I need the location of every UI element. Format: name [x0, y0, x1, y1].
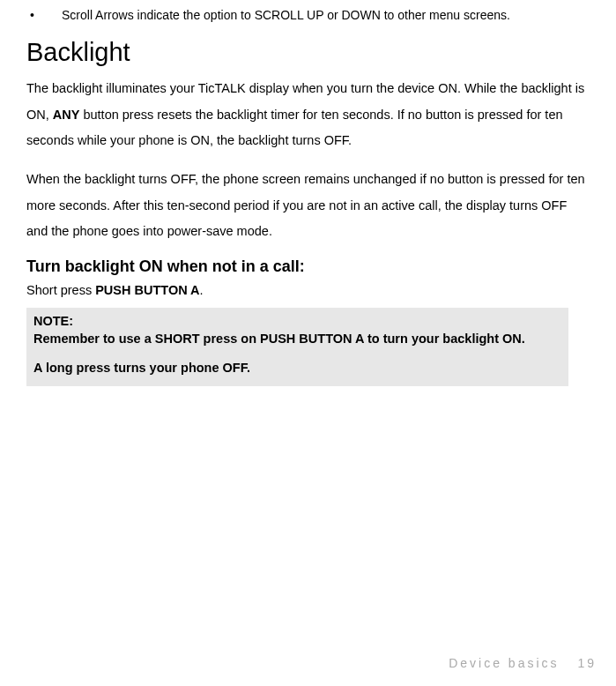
footer-page-number: 19: [577, 656, 597, 670]
para1-bold: ANY: [53, 108, 80, 122]
bullet-text: Scroll Arrows indicate the option to SCR…: [62, 7, 590, 24]
paragraph-2: When the backlight turns OFF, the phone …: [26, 167, 590, 245]
note-label: NOTE:: [33, 313, 561, 331]
footer-section-name: Device basics: [449, 656, 559, 670]
bullet-icon: •: [26, 7, 62, 24]
section-heading-backlight: Backlight: [26, 38, 590, 67]
instruction-line: Short press PUSH BUTTON A.: [26, 283, 590, 297]
instruction-post: .: [200, 283, 204, 297]
note-box: NOTE: Remember to use a SHORT press on P…: [26, 308, 568, 386]
page-footer: Device basics 19: [449, 656, 597, 670]
paragraph-1: The backlight illuminates your TicTALK d…: [26, 76, 590, 154]
para1-post: button press resets the backlight timer …: [26, 108, 563, 148]
instruction-bold: PUSH BUTTON A: [95, 283, 199, 297]
bullet-item: • Scroll Arrows indicate the option to S…: [26, 7, 590, 24]
subsection-heading: Turn backlight ON when not in a call:: [26, 257, 590, 276]
bullet-list: • Scroll Arrows indicate the option to S…: [26, 7, 590, 24]
instruction-pre: Short press: [26, 283, 95, 297]
note-line-2: A long press turns your phone OFF.: [33, 360, 561, 377]
note-line-1: Remember to use a SHORT press on PUSH BU…: [33, 331, 561, 348]
